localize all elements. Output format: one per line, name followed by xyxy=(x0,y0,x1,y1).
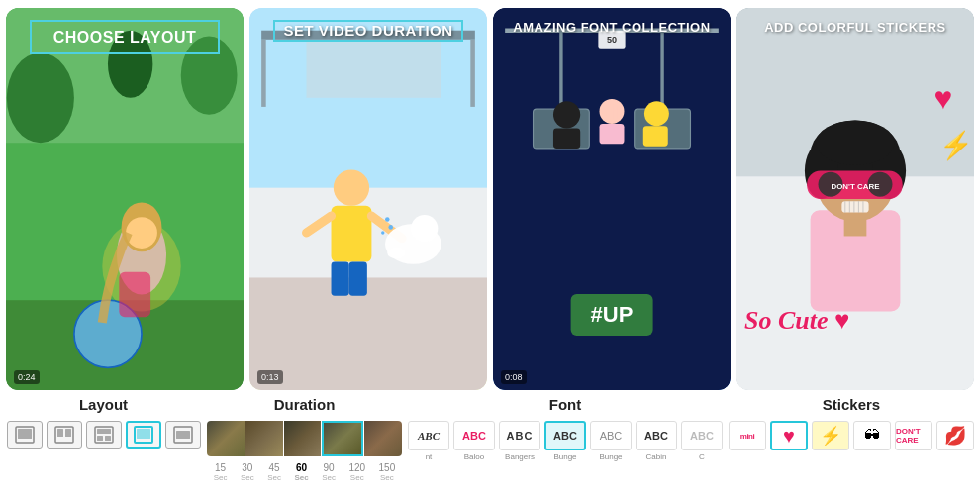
panel-duration: SET VIDEO DURATION 0:13 xyxy=(249,8,487,390)
font-item-nt[interactable]: ABC nt xyxy=(408,421,449,461)
svg-text:DON'T CARE: DON'T CARE xyxy=(831,182,879,191)
dur-60[interactable]: 60Sec xyxy=(294,462,308,482)
dur-150[interactable]: 150Sec xyxy=(379,462,396,482)
svg-text:♥: ♥ xyxy=(933,80,952,116)
duration-thumb-3[interactable] xyxy=(284,421,322,456)
layout-label: Layout xyxy=(79,396,128,413)
dur-15[interactable]: 15Sec xyxy=(214,462,228,482)
svg-point-12 xyxy=(126,217,157,249)
svg-rect-16 xyxy=(261,40,266,107)
sticker-care[interactable]: DON'T CARE xyxy=(895,421,932,450)
svg-point-28 xyxy=(387,248,405,258)
font-item-bangers[interactable]: ABC Bangers xyxy=(499,421,540,461)
panel2-timestamp: 0:13 xyxy=(257,370,283,384)
svg-point-40 xyxy=(600,99,625,124)
duration-secs-row: 15Sec 30Sec 45Sec 60Sec 90Sec 120Sec 150… xyxy=(207,462,402,482)
svg-text:⚡: ⚡ xyxy=(939,129,973,161)
sticker-heart[interactable]: ♥ xyxy=(770,421,808,450)
svg-rect-81 xyxy=(176,431,190,439)
sticker-strip-row: mini ♥ ⚡ 🕶 DON'T CARE 💋 xyxy=(729,421,974,450)
font-box-cabin[interactable]: ABC xyxy=(636,421,677,450)
duration-controls: Duration 15Sec 30Sec 45Sec 60Sec 90Sec 1… xyxy=(207,390,402,493)
font-name-bunge2: Bunge xyxy=(599,452,622,461)
font-label: Font xyxy=(549,396,581,413)
layout-icon-triple[interactable] xyxy=(86,421,122,449)
duration-thumb-2[interactable] xyxy=(245,421,283,456)
sticker-lips[interactable]: 💋 xyxy=(936,421,974,450)
panels-row: CHOOSE LAYOUT 0:24 xyxy=(0,0,980,390)
font-item-cabin[interactable]: ABC Cabin xyxy=(636,421,677,461)
dur-30[interactable]: 30Sec xyxy=(241,462,254,482)
svg-rect-43 xyxy=(600,124,625,144)
dur-90[interactable]: 90Sec xyxy=(322,462,336,482)
font-item-bunge2[interactable]: ABC Bunge xyxy=(590,421,632,461)
svg-rect-41 xyxy=(606,104,611,121)
sticker-label: Stickers xyxy=(823,396,880,413)
font-box-baloo[interactable]: ABC xyxy=(453,421,495,450)
panel-stickers-image: DON'T CARE ♥ ⚡ xyxy=(736,8,974,390)
panel-font-image: 50 AMAZING FONT COLLECTION #UP 0:08 xyxy=(493,8,731,390)
sticker-mini-text[interactable]: mini xyxy=(729,421,766,450)
bottom-controls: Layout xyxy=(0,390,980,499)
font-box-c[interactable]: ABC xyxy=(681,421,723,450)
svg-rect-73 xyxy=(65,429,71,437)
svg-rect-19 xyxy=(249,277,487,390)
so-cute-sticker: So Cute ♥ xyxy=(744,306,849,336)
layout-icon-wide[interactable] xyxy=(165,421,201,449)
font-box-bunge2[interactable]: ABC xyxy=(590,421,632,450)
font-name-bunge-active: Bunge xyxy=(553,452,576,461)
font-item-baloo[interactable]: ABC Baloo xyxy=(453,421,495,461)
duration-thumb-1[interactable] xyxy=(207,421,245,456)
svg-point-29 xyxy=(388,225,393,230)
panel4-overlay-text: ADD COLORFUL STICKERS xyxy=(748,20,962,37)
svg-point-20 xyxy=(334,169,369,205)
sticker-glasses[interactable]: 🕶 xyxy=(853,421,891,450)
panel1-timestamp: 0:24 xyxy=(14,370,40,384)
font-item-bunge-active[interactable]: ABC Bunge xyxy=(544,421,586,461)
duration-label: Duration xyxy=(274,396,336,413)
svg-point-2 xyxy=(7,52,74,143)
font-name-c: C xyxy=(699,452,705,461)
font-item-c[interactable]: ABC C xyxy=(681,421,723,461)
layout-icons-row[interactable] xyxy=(7,421,201,449)
layout-icon-double-top[interactable] xyxy=(47,421,82,449)
panel-font: 50 AMAZING FONT COLLECTION #UP 0:08 xyxy=(493,8,731,390)
svg-rect-70 xyxy=(18,429,32,439)
layout-icon-single[interactable] xyxy=(7,421,43,449)
svg-rect-21 xyxy=(332,206,372,262)
panel-layout-image: CHOOSE LAYOUT 0:24 xyxy=(6,8,244,390)
duration-thumb-4[interactable] xyxy=(322,421,363,456)
svg-rect-39 xyxy=(553,128,580,148)
font-box-bunge-active[interactable]: ABC xyxy=(544,421,586,450)
svg-rect-45 xyxy=(643,126,668,146)
panel3-timestamp: 0:08 xyxy=(501,370,527,384)
panel3-overlay-text: AMAZING FONT COLLECTION xyxy=(505,20,719,37)
svg-rect-10 xyxy=(119,272,150,317)
dur-45[interactable]: 45Sec xyxy=(267,462,281,482)
svg-point-44 xyxy=(644,101,669,126)
layout-icon-single-bottom[interactable] xyxy=(126,421,161,449)
panel-layout: CHOOSE LAYOUT 0:24 xyxy=(6,8,244,390)
svg-rect-18 xyxy=(307,42,441,98)
svg-rect-76 xyxy=(97,436,103,441)
panel2-overlay-text: SET VIDEO DURATION xyxy=(273,20,463,42)
svg-rect-61 xyxy=(841,201,868,212)
sticker-controls: Stickers mini ♥ ⚡ 🕶 DON'T CARE 💋 xyxy=(729,390,974,493)
font-box-nt[interactable]: ABC xyxy=(408,421,449,450)
svg-point-38 xyxy=(553,101,580,128)
hashtag-box: #UP xyxy=(571,294,653,336)
svg-rect-77 xyxy=(105,436,111,441)
app-container: CHOOSE LAYOUT 0:24 xyxy=(0,0,980,499)
svg-point-31 xyxy=(385,217,390,222)
font-name-baloo: Baloo xyxy=(464,452,484,461)
font-name-bangers: Bangers xyxy=(505,452,535,461)
panel1-overlay-text: CHOOSE LAYOUT xyxy=(30,20,220,54)
duration-thumb-5[interactable] xyxy=(364,421,402,456)
svg-rect-60 xyxy=(844,219,867,236)
font-box-bangers[interactable]: ABC xyxy=(499,421,540,450)
sticker-lightning[interactable]: ⚡ xyxy=(812,421,849,450)
dur-120[interactable]: 120Sec xyxy=(348,462,365,482)
svg-rect-79 xyxy=(137,429,150,439)
svg-rect-22 xyxy=(332,262,349,296)
svg-rect-75 xyxy=(97,429,111,434)
